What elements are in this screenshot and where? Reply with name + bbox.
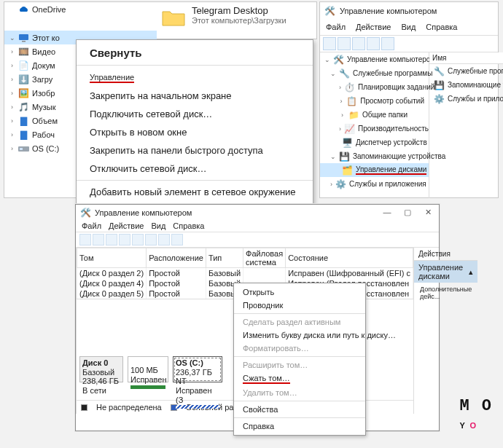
svg-rect-1 — [22, 41, 26, 42]
pc-icon — [18, 32, 29, 43]
col-layout[interactable]: Расположение — [147, 248, 206, 268]
menu-active: Сделать раздел активным — [234, 315, 365, 329]
disk-header[interactable]: Диск 0 Базовый 238,46 ГБ В сети — [79, 356, 123, 382]
toolbar-button[interactable] — [132, 234, 144, 245]
col-fs[interactable]: Файловая система — [243, 248, 286, 268]
toolbar-button[interactable] — [93, 234, 104, 245]
menu-help[interactable]: Справка — [234, 420, 365, 433]
menu-extend: Расширить том… — [234, 358, 365, 372]
disk-partition-os[interactable]: OS (C:)236,37 ГБ NТИсправен (З — [173, 356, 222, 382]
col-status[interactable]: Состояние — [286, 248, 413, 268]
moyo-logo: M O Y O — [459, 397, 493, 433]
mmc-icon: 🛠️ — [324, 5, 335, 16]
menu-manage[interactable]: Управление — [77, 68, 313, 87]
mgmt-menubar: Файл Действие Вид Справка — [320, 19, 498, 36]
tree-disk-mgmt[interactable]: 🗂️Управление дисками — [320, 163, 429, 177]
menu-action[interactable]: Действие — [356, 23, 391, 31]
toolbar-button[interactable] — [158, 234, 170, 245]
table-row[interactable]: (Диск 0 раздел 2)ПростойБазовыйИсправен … — [77, 268, 413, 279]
toolbar-button[interactable] — [106, 234, 117, 245]
col-type[interactable]: Тип — [206, 248, 243, 268]
menu-pin-start[interactable]: Закрепить на начальном экране — [77, 87, 313, 105]
folder-path: Этот компьютер\Загрузки — [192, 16, 286, 25]
menu-shrink[interactable]: Сжать том… — [234, 372, 365, 386]
close-button[interactable]: ✕ — [421, 208, 434, 217]
minimize-button[interactable]: — — [381, 208, 394, 217]
col-name[interactable]: Имя — [429, 52, 503, 64]
sidebar-label: Этот ко — [32, 34, 60, 42]
disk-icon — [18, 143, 29, 154]
menu-add-net[interactable]: Добавить новый элемент в сетевое окружен… — [77, 183, 313, 201]
toolbar-button[interactable] — [352, 37, 365, 50]
sidebar-label: OneDrive — [32, 5, 66, 14]
toolbar-button[interactable] — [79, 234, 91, 245]
svg-rect-3 — [20, 148, 23, 150]
toolbar-button[interactable] — [367, 37, 380, 50]
col-vol[interactable]: Том — [77, 248, 147, 268]
toolbar-button[interactable] — [145, 234, 157, 245]
menu-view[interactable]: Вид — [151, 221, 165, 230]
sidebar-item-onedrive[interactable]: OneDrive — [4, 2, 157, 16]
menu-props[interactable]: Свойства — [234, 403, 365, 416]
menu-file[interactable]: Файл — [326, 23, 346, 31]
menu-collapse[interactable]: Свернуть — [77, 43, 313, 63]
list-item[interactable]: 💾Запоминающие устройства — [429, 78, 503, 92]
toolbar-button[interactable] — [119, 234, 130, 245]
toolbar-button[interactable] — [171, 234, 183, 245]
menu-map-drive[interactable]: Подключить сетевой диск… — [77, 105, 313, 123]
window-title: Управление компьютером — [95, 208, 192, 217]
actions-group[interactable]: Управление дисками▴ — [414, 261, 477, 283]
menu-new-window[interactable]: Открыть в новом окне — [77, 123, 313, 141]
folder-title: Telegram Desktop — [192, 5, 286, 16]
menu-explore[interactable]: Проводник — [234, 299, 365, 312]
disk-partition[interactable]: 100 МБИсправен — [128, 356, 168, 382]
folder-icon — [161, 5, 186, 30]
chevron-down-icon: ⌄ — [9, 34, 15, 42]
menu-file[interactable]: Файл — [82, 221, 101, 230]
menu-view[interactable]: Вид — [401, 23, 416, 31]
toolbar-button[interactable] — [323, 37, 336, 50]
menu-help[interactable]: Справка — [426, 23, 457, 31]
list-item[interactable]: 🔧Служебные программы — [429, 64, 503, 78]
mgmt-toolbar — [320, 36, 498, 52]
onedrive-icon — [18, 4, 29, 15]
menu-pin-quick[interactable]: Закрепить на панели быстрого доступа — [77, 141, 313, 160]
thispc-context-menu: Свернуть Управление Закрепить на начальн… — [76, 39, 313, 205]
mgmt-title: Управление компьютером — [340, 7, 437, 15]
maximize-button[interactable]: ▢ — [401, 208, 414, 217]
toolbar-button[interactable] — [381, 37, 394, 50]
menu-disconnect[interactable]: Отключить сетевой диск… — [77, 160, 313, 178]
chevron-up-icon: ▴ — [469, 267, 473, 277]
menu-delete: Удалить том… — [234, 386, 365, 399]
mmc-icon: 🛠️ — [80, 207, 91, 218]
menu-format: Форматировать… — [234, 342, 365, 355]
menu-letter[interactable]: Изменить букву диска или путь к диску… — [234, 329, 365, 342]
mgmt-tree: ⌄🛠️Управление компьютером (лс ⌄🔧Служебны… — [320, 52, 429, 198]
menu-help[interactable]: Справка — [173, 221, 204, 230]
menu-action[interactable]: Действие — [109, 221, 144, 230]
actions-more[interactable]: Дополнительные дейс... — [414, 283, 477, 303]
volume-context-menu: Открыть Проводник Сделать раздел активны… — [233, 283, 366, 436]
list-item[interactable]: ⚙️Службы и приложения — [429, 92, 503, 106]
actions-pane: Действия Управление дисками▴ Дополнитель… — [414, 248, 477, 414]
svg-rect-0 — [19, 34, 28, 40]
menu-open[interactable]: Открыть — [234, 286, 365, 299]
toolbar-button[interactable] — [338, 37, 351, 50]
